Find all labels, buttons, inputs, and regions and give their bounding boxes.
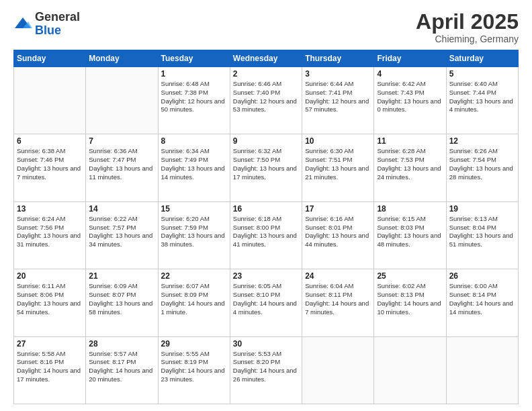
calendar-cell: 26Sunrise: 6:00 AMSunset: 8:14 PMDayligh…: [446, 269, 518, 336]
calendar-cell: 7Sunrise: 6:36 AMSunset: 7:47 PMDaylight…: [86, 134, 158, 201]
location-subtitle: Chieming, Germany: [416, 34, 519, 44]
calendar-cell: 15Sunrise: 6:20 AMSunset: 7:59 PMDayligh…: [158, 201, 230, 269]
calendar-cell: 25Sunrise: 6:02 AMSunset: 8:13 PMDayligh…: [374, 269, 446, 336]
weekday-header-saturday: Saturday: [446, 50, 518, 67]
day-info: Sunrise: 6:04 AMSunset: 8:11 PMDaylight:…: [305, 282, 371, 316]
calendar-cell: 30Sunrise: 5:53 AMSunset: 8:20 PMDayligh…: [230, 336, 302, 404]
calendar-cell: [302, 336, 374, 404]
logo-text: General Blue: [35, 11, 80, 38]
day-info: Sunrise: 6:22 AMSunset: 7:57 PMDaylight:…: [89, 215, 154, 249]
day-info: Sunrise: 6:24 AMSunset: 7:56 PMDaylight:…: [17, 215, 83, 249]
day-info: Sunrise: 6:07 AMSunset: 8:09 PMDaylight:…: [161, 282, 227, 316]
day-number: 17: [305, 204, 371, 214]
day-info: Sunrise: 6:36 AMSunset: 7:47 PMDaylight:…: [89, 147, 154, 181]
day-number: 18: [377, 204, 443, 214]
day-number: 2: [233, 69, 299, 79]
calendar-cell: 8Sunrise: 6:34 AMSunset: 7:49 PMDaylight…: [158, 134, 230, 201]
day-number: 1: [161, 69, 227, 79]
day-info: Sunrise: 6:00 AMSunset: 8:14 PMDaylight:…: [449, 282, 515, 316]
day-number: 21: [89, 271, 154, 281]
day-number: 28: [89, 339, 154, 349]
calendar-cell: 14Sunrise: 6:22 AMSunset: 7:57 PMDayligh…: [86, 201, 158, 269]
calendar-cell: 13Sunrise: 6:24 AMSunset: 7:56 PMDayligh…: [14, 201, 86, 269]
logo-icon: [13, 15, 32, 34]
calendar-cell: [14, 67, 86, 134]
day-number: 13: [17, 204, 83, 214]
day-info: Sunrise: 6:48 AMSunset: 7:38 PMDaylight:…: [161, 80, 227, 114]
day-number: 27: [17, 339, 83, 349]
calendar-table: SundayMondayTuesdayWednesdayThursdayFrid…: [13, 50, 519, 404]
day-info: Sunrise: 5:53 AMSunset: 8:20 PMDaylight:…: [233, 350, 299, 384]
day-info: Sunrise: 6:38 AMSunset: 7:46 PMDaylight:…: [17, 147, 83, 181]
day-info: Sunrise: 6:16 AMSunset: 8:01 PMDaylight:…: [305, 215, 371, 249]
day-number: 11: [377, 136, 443, 146]
day-number: 26: [449, 271, 515, 281]
day-info: Sunrise: 6:42 AMSunset: 7:43 PMDaylight:…: [377, 80, 443, 114]
day-number: 7: [89, 136, 154, 146]
calendar-cell: 23Sunrise: 6:05 AMSunset: 8:10 PMDayligh…: [230, 269, 302, 336]
calendar-cell: [446, 336, 518, 404]
calendar-cell: 28Sunrise: 5:57 AMSunset: 8:17 PMDayligh…: [86, 336, 158, 404]
day-number: 12: [449, 136, 515, 146]
day-number: 4: [377, 69, 443, 79]
calendar-cell: 21Sunrise: 6:09 AMSunset: 8:07 PMDayligh…: [86, 269, 158, 336]
day-info: Sunrise: 6:34 AMSunset: 7:49 PMDaylight:…: [161, 147, 227, 181]
day-info: Sunrise: 5:57 AMSunset: 8:17 PMDaylight:…: [89, 350, 154, 384]
day-number: 14: [89, 204, 154, 214]
day-number: 10: [305, 136, 371, 146]
calendar-cell: 24Sunrise: 6:04 AMSunset: 8:11 PMDayligh…: [302, 269, 374, 336]
day-number: 15: [161, 204, 227, 214]
calendar-cell: 3Sunrise: 6:44 AMSunset: 7:41 PMDaylight…: [302, 67, 374, 134]
calendar-cell: [374, 336, 446, 404]
calendar-cell: 22Sunrise: 6:07 AMSunset: 8:09 PMDayligh…: [158, 269, 230, 336]
weekday-header-wednesday: Wednesday: [230, 50, 302, 67]
day-number: 20: [17, 271, 83, 281]
month-title: April 2025: [416, 11, 519, 32]
day-info: Sunrise: 6:20 AMSunset: 7:59 PMDaylight:…: [161, 215, 227, 249]
day-number: 24: [305, 271, 371, 281]
calendar-cell: 5Sunrise: 6:40 AMSunset: 7:44 PMDaylight…: [446, 67, 518, 134]
day-info: Sunrise: 6:46 AMSunset: 7:40 PMDaylight:…: [233, 80, 299, 114]
day-number: 16: [233, 204, 299, 214]
title-block: April 2025 Chieming, Germany: [416, 11, 519, 44]
day-number: 19: [449, 204, 515, 214]
weekday-header-friday: Friday: [374, 50, 446, 67]
day-info: Sunrise: 6:40 AMSunset: 7:44 PMDaylight:…: [449, 80, 515, 114]
calendar-cell: 9Sunrise: 6:32 AMSunset: 7:50 PMDaylight…: [230, 134, 302, 201]
calendar-cell: 29Sunrise: 5:55 AMSunset: 8:19 PMDayligh…: [158, 336, 230, 404]
day-info: Sunrise: 6:26 AMSunset: 7:54 PMDaylight:…: [449, 147, 515, 181]
day-number: 25: [377, 271, 443, 281]
day-info: Sunrise: 6:11 AMSunset: 8:06 PMDaylight:…: [17, 282, 83, 316]
calendar-cell: [86, 67, 158, 134]
day-number: 29: [161, 339, 227, 349]
day-info: Sunrise: 6:28 AMSunset: 7:53 PMDaylight:…: [377, 147, 443, 181]
calendar-cell: 12Sunrise: 6:26 AMSunset: 7:54 PMDayligh…: [446, 134, 518, 201]
day-number: 22: [161, 271, 227, 281]
calendar-cell: 2Sunrise: 6:46 AMSunset: 7:40 PMDaylight…: [230, 67, 302, 134]
weekday-header-thursday: Thursday: [302, 50, 374, 67]
calendar-cell: 20Sunrise: 6:11 AMSunset: 8:06 PMDayligh…: [14, 269, 86, 336]
day-number: 3: [305, 69, 371, 79]
logo: General Blue: [13, 11, 80, 38]
page-header: General Blue April 2025 Chieming, German…: [13, 11, 519, 44]
day-info: Sunrise: 6:30 AMSunset: 7:51 PMDaylight:…: [305, 147, 371, 181]
day-info: Sunrise: 6:15 AMSunset: 8:03 PMDaylight:…: [377, 215, 443, 249]
day-number: 8: [161, 136, 227, 146]
weekday-header-tuesday: Tuesday: [158, 50, 230, 67]
day-number: 5: [449, 69, 515, 79]
day-info: Sunrise: 6:32 AMSunset: 7:50 PMDaylight:…: [233, 147, 299, 181]
calendar-cell: 11Sunrise: 6:28 AMSunset: 7:53 PMDayligh…: [374, 134, 446, 201]
calendar-cell: 1Sunrise: 6:48 AMSunset: 7:38 PMDaylight…: [158, 67, 230, 134]
day-number: 23: [233, 271, 299, 281]
calendar-cell: 4Sunrise: 6:42 AMSunset: 7:43 PMDaylight…: [374, 67, 446, 134]
day-info: Sunrise: 6:09 AMSunset: 8:07 PMDaylight:…: [89, 282, 154, 316]
weekday-header-monday: Monday: [86, 50, 158, 67]
day-info: Sunrise: 6:05 AMSunset: 8:10 PMDaylight:…: [233, 282, 299, 316]
day-number: 30: [233, 339, 299, 349]
weekday-header-sunday: Sunday: [14, 50, 86, 67]
day-number: 6: [17, 136, 83, 146]
day-info: Sunrise: 6:02 AMSunset: 8:13 PMDaylight:…: [377, 282, 443, 316]
day-number: 9: [233, 136, 299, 146]
day-info: Sunrise: 5:55 AMSunset: 8:19 PMDaylight:…: [161, 350, 227, 384]
calendar-cell: 18Sunrise: 6:15 AMSunset: 8:03 PMDayligh…: [374, 201, 446, 269]
